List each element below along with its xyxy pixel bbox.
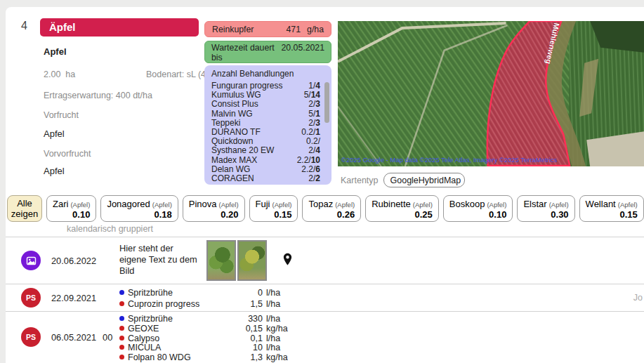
variety-button-boskoop[interactable]: Boskoop(Apfel) 0.10 (443, 195, 513, 222)
spray-items: Spritzbrühe 330 l/ha GEOXE 0,15 kg/ha Ca… (119, 312, 296, 362)
ps-label: PS (26, 333, 36, 341)
spray-entry-icon: PS (21, 288, 41, 308)
ertragserwartung: Ertragserwartung: 400 dt/ha (44, 91, 152, 100)
kartentyp-row: Kartentyp GoogleHybridMap (341, 173, 465, 187)
entry-right-text: Jo (296, 284, 644, 311)
timeline-row-spray[interactable]: PS 22.09.2021 Spritzbrühe 0 l/ha Cuprozi… (6, 284, 644, 311)
spray-entry-icon: PS (21, 327, 41, 347)
behandlung-row: Malvin WG5/1 (211, 110, 320, 119)
reinkupfer-label: Reinkupfer (212, 25, 254, 34)
timeline-row-photo[interactable]: 20.06.2022 Hier steht der eigene Text zu… (6, 237, 644, 284)
variety-button-jonagored[interactable]: Jonagored(Apfel) 0.18 (100, 195, 178, 222)
water-bullet-icon (119, 290, 124, 295)
field-area: 2.00 ha (44, 70, 75, 79)
wartezeit-date: 20.05.2021 (281, 43, 324, 62)
variety-button-wellant[interactable]: Wellant(Apfel) 0.15 (579, 195, 644, 222)
entry-date: 20.06.2022 (41, 237, 101, 284)
satellite-map[interactable]: Mühlenweg ©2025 Google - Map data ©2025 … (338, 21, 644, 166)
spray-items: Spritzbrühe 0 l/ha Cuprozin progress 1,5… (119, 284, 296, 311)
show-all-line1: Alle (11, 198, 39, 209)
photo-note-text: Hier steht der eigene Text zu dem Bild (119, 237, 202, 284)
map-type-value: GoogleHybridMap (390, 176, 461, 185)
vorvorfrucht-value: Apfel (44, 166, 65, 176)
field-number: 4 (21, 20, 27, 32)
timeline-row-spray[interactable]: PS 06.05.2021 00 Spritzbrühe 330 l/ha GE… (6, 311, 644, 362)
vorfrucht-value: Apfel (44, 128, 65, 139)
location-pin-icon[interactable] (282, 253, 293, 269)
spray-item: Spritzbrühe 330 l/ha (119, 315, 296, 324)
photo-thumbnail[interactable] (206, 240, 236, 281)
entry-time: 00 (103, 332, 112, 343)
behandlung-row: CORAGEN2/2 (211, 174, 320, 183)
kartentyp-label: Kartentyp (341, 176, 379, 185)
entry-date: 06.05.2021 00 (41, 312, 101, 362)
wartezeit-label: Wartezeit dauert bis (211, 43, 281, 62)
behandlungen-panel: Anzahl Behandlungen Funguran progress1/4… (204, 65, 331, 185)
product-bullet-icon (119, 345, 124, 350)
product-bullet-icon (119, 336, 124, 341)
product-bullet-icon (119, 301, 124, 306)
spray-item: Folpan 80 WDG 1,3 kg/ha (119, 353, 296, 363)
photo-thumbnail[interactable] (237, 240, 267, 281)
grouping-label: kalendarisch gruppiert (67, 224, 153, 234)
spray-item: MICULA 10 l/ha (119, 343, 296, 353)
ps-label: PS (26, 293, 36, 302)
water-bullet-icon (119, 316, 124, 321)
show-all-line2: zeigen (11, 209, 39, 219)
reinkupfer-unit: g/ha (307, 25, 324, 34)
variety-filter-bar: Alle zeigen Zari(Apfel) 0.10 Jonagored(A… (7, 195, 644, 222)
spray-item: Spritzbrühe 0 l/ha (119, 287, 296, 298)
photo-thumbnails (206, 237, 267, 284)
reinkupfer-value: 471 (287, 25, 301, 34)
spray-item: Calypso 0,1 l/ha (119, 334, 296, 344)
vorvorfrucht-label: Vorvorfrucht (44, 149, 91, 159)
spray-item: GEOXE 0,15 kg/ha (119, 324, 296, 334)
spray-item: Cuprozin progress 1,5 l/ha (119, 298, 296, 310)
variety-button-topaz[interactable]: Topaz(Apfel) 0.26 (302, 195, 361, 222)
behandlung-row: Consist Plus2/3 (211, 100, 320, 109)
variety-button-rubinette[interactable]: Rubinette(Apfel) 0.25 (365, 195, 439, 222)
field-title: Äpfel (49, 21, 76, 33)
entry-date: 22.09.2021 (41, 284, 101, 311)
variety-button-zari[interactable]: Zari(Apfel) 0.10 (46, 195, 96, 222)
main-panel: 4 Äpfel Apfel 2.00 ha Bodenart: sL (45) … (6, 7, 644, 363)
variety-button-elstar[interactable]: Elstar(Apfel) 0.30 (517, 195, 574, 222)
behandlungen-title: Anzahl Behandlungen (211, 69, 320, 79)
behandlungen-scrollbar[interactable] (324, 82, 329, 123)
wartezeit-pill: Wartezeit dauert bis 20.05.2021 Letzte W… (204, 41, 331, 63)
bodenart: Bodenart: sL (45) (146, 70, 213, 79)
reinkupfer-pill: Reinkupfer 471 g/ha (204, 21, 331, 37)
image-icon (26, 256, 37, 266)
vorfrucht-label: Vorfrucht (44, 110, 79, 120)
show-all-button[interactable]: Alle zeigen (7, 195, 42, 222)
crop-name: Apfel (44, 46, 67, 57)
product-bullet-icon (119, 355, 124, 359)
timeline: 20.06.2022 Hier steht der eigene Text zu… (6, 237, 644, 363)
variety-button-pinova[interactable]: Pinova(Apfel) 0.20 (183, 195, 245, 222)
field-title-banner[interactable]: Äpfel (40, 18, 199, 37)
map-type-dropdown[interactable]: GoogleHybridMap (383, 173, 465, 187)
photo-entry-icon (21, 251, 41, 270)
map-copyright: ©2025 Google - Map data ©2025 Tele Atlas… (341, 156, 558, 164)
variety-button-fuji[interactable]: Fuji(Apfel) 0.15 (249, 195, 298, 222)
product-bullet-icon (119, 326, 124, 331)
